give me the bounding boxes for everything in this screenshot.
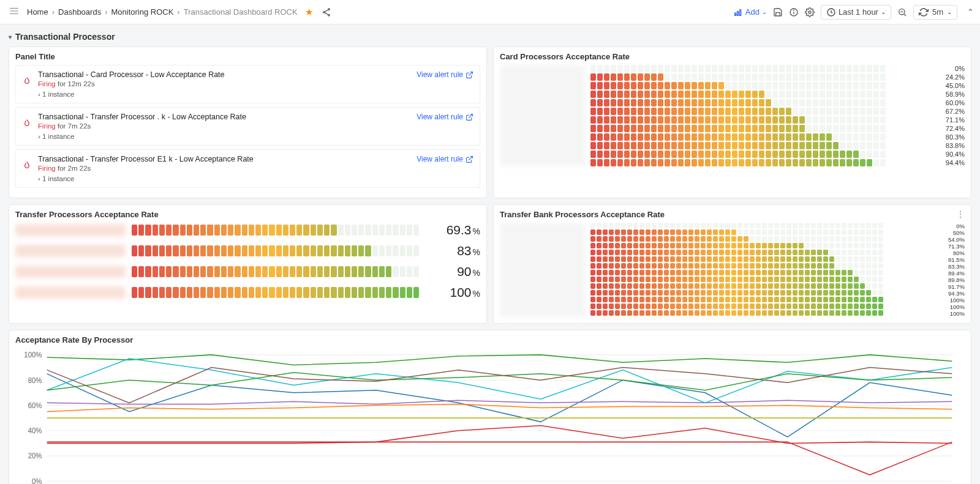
heatmap-card[interactable] — [590, 65, 929, 166]
panel-transfer-rate: Transfer Processors Acceptance Rate 69.3… — [9, 204, 487, 324]
svg-line-7 — [325, 12, 328, 14]
svg-rect-9 — [737, 11, 738, 15]
time-range-picker[interactable]: Last 1 hour ⌄ — [821, 5, 891, 20]
chevron-down-icon: ⌄ — [947, 9, 952, 15]
alert-instances: › 1 instance — [38, 133, 473, 140]
breadcrumb-dashboards[interactable]: Dashboards — [58, 7, 101, 17]
save-icon[interactable] — [773, 7, 783, 17]
view-alert-rule-link[interactable]: View alert rule — [417, 70, 473, 79]
section-title: Transactional Processor — [15, 32, 115, 42]
value-labels: 0%50%54.0%71.3%80%81.5%83.3%89.4%89.8%91… — [943, 223, 965, 317]
svg-text:80%: 80% — [28, 376, 42, 384]
panel-title: Acceptance Rate By Processor — [15, 335, 965, 344]
alert-instances: › 1 instance — [38, 175, 473, 182]
svg-line-19 — [469, 72, 472, 75]
gauge-row: 90% — [15, 264, 480, 279]
panel-title: Transfer Bank Processors Acceptance Rate — [500, 210, 965, 219]
panel-card-rate: Card Processors Acceptance Rate 0%24.2%4… — [493, 47, 971, 198]
alert-item[interactable]: Transactional - Card Processor - Low Acc… — [15, 65, 480, 103]
add-button[interactable]: Add ⌄ — [733, 7, 767, 17]
panel-alerts: Panel Title Transactional - Card Process… — [9, 47, 487, 198]
svg-text:20%: 20% — [28, 452, 42, 460]
gauge-track[interactable] — [132, 245, 419, 256]
svg-line-20 — [469, 114, 472, 117]
topbar: Home › Dashboards › Monitoring ROCK › Tr… — [0, 0, 980, 24]
caret-down-icon: ▾ — [9, 34, 12, 40]
fire-icon — [22, 76, 32, 88]
panel-line-chart: Acceptance Rate By Processor 0%20%40%60%… — [9, 330, 971, 484]
svg-line-17 — [904, 13, 906, 15]
share-icon[interactable] — [322, 7, 331, 17]
svg-text:60%: 60% — [28, 401, 42, 409]
breadcrumb-home[interactable]: Home — [27, 7, 48, 17]
gauge-track[interactable] — [132, 225, 419, 236]
favorite-star-icon[interactable]: ★ — [305, 7, 313, 18]
svg-text:40%: 40% — [28, 426, 42, 434]
add-button-label: Add — [745, 7, 760, 17]
svg-rect-8 — [734, 13, 736, 15]
panel-title: Card Processors Acceptance Rate — [500, 52, 965, 61]
line-chart[interactable]: 0%20%40%60%80%100%23:3023:3523:4023:4523… — [15, 348, 965, 484]
alert-status: Firing for 12m 22s — [38, 80, 95, 87]
gauge-label — [15, 266, 126, 278]
panel-title: Panel Title — [15, 52, 480, 61]
svg-line-6 — [325, 10, 328, 12]
gauge-value: 83% — [425, 244, 480, 258]
chevron-down-icon: ⌄ — [762, 9, 767, 15]
gauge-track[interactable] — [132, 287, 419, 298]
gauge-row: 83% — [15, 244, 480, 258]
gauge-label — [15, 245, 126, 257]
panel-menu-icon[interactable]: ⋮ — [956, 210, 965, 218]
breadcrumb: Home › Dashboards › Monitoring ROCK › Tr… — [27, 7, 298, 17]
alert-name: Transactional - Transfer Processor . k -… — [38, 113, 473, 121]
view-alert-rule-link[interactable]: View alert rule — [417, 155, 473, 163]
gauge-value: 90% — [425, 264, 480, 279]
menu-button[interactable] — [6, 3, 22, 21]
topbar-right: Add ⌄ Last 1 hour ⌄ 5m ⌄ ⌃ — [733, 5, 974, 20]
chevron-right-icon: › — [105, 7, 107, 17]
gauge-label — [15, 286, 126, 299]
svg-point-13 — [794, 10, 794, 10]
refresh-button[interactable]: 5m ⌄ — [913, 5, 957, 20]
panel-title: Transfer Processors Acceptance Rate — [15, 210, 480, 219]
alert-status: Firing for 2m 22s — [38, 165, 91, 172]
zoom-out-icon[interactable] — [897, 7, 907, 17]
alert-name: Transactional - Card Processor - Low Acc… — [38, 70, 473, 79]
svg-point-4 — [323, 11, 325, 13]
heatmap-bank[interactable] — [590, 223, 938, 317]
gauge-track[interactable] — [132, 266, 419, 277]
refresh-interval: 5m — [932, 7, 943, 17]
settings-icon[interactable] — [805, 7, 815, 17]
value-labels: 0%24.2%45.0%58.9%60.0%67.2%71.1%72.4%80.… — [934, 65, 965, 166]
gauge-value: 69.3% — [425, 223, 480, 237]
alert-item[interactable]: Transactional - Transfer Processor E1 k … — [15, 149, 480, 188]
svg-point-3 — [328, 9, 330, 10]
fire-icon — [22, 161, 32, 173]
svg-text:0%: 0% — [32, 477, 42, 484]
bar-gauges: 69.3%83%90%100% — [15, 223, 480, 300]
collapse-icon[interactable]: ⌃ — [967, 7, 974, 17]
chevron-down-icon: ⌄ — [881, 9, 886, 15]
alert-item[interactable]: Transactional - Transfer Processor . k -… — [15, 107, 480, 146]
svg-point-14 — [809, 11, 811, 13]
info-icon[interactable] — [789, 7, 799, 17]
alert-status: Firing for 7m 22s — [38, 122, 91, 130]
fire-icon — [22, 119, 32, 130]
breadcrumb-monitoring[interactable]: Monitoring ROCK — [111, 7, 173, 17]
time-range-label: Last 1 hour — [839, 7, 878, 17]
section-header[interactable]: ▾ Transactional Processor — [9, 32, 971, 42]
panel-bank-rate: ⋮ Transfer Bank Processors Acceptance Ra… — [493, 204, 971, 324]
legend-area — [500, 223, 586, 317]
alert-list: Transactional - Card Processor - Low Acc… — [15, 65, 480, 188]
gauge-value: 100% — [425, 285, 480, 300]
gauge-row: 100% — [15, 285, 480, 300]
breadcrumb-current: Transactional Dashboard ROCK — [184, 7, 298, 17]
view-alert-rule-link[interactable]: View alert rule — [417, 113, 473, 121]
legend-area — [500, 65, 586, 166]
alert-instances: › 1 instance — [38, 91, 473, 98]
chevron-right-icon: › — [52, 7, 55, 17]
gauge-label — [15, 224, 126, 236]
svg-line-21 — [469, 156, 472, 160]
alert-name: Transactional - Transfer Processor E1 k … — [38, 155, 473, 163]
gauge-row: 69.3% — [15, 223, 480, 237]
